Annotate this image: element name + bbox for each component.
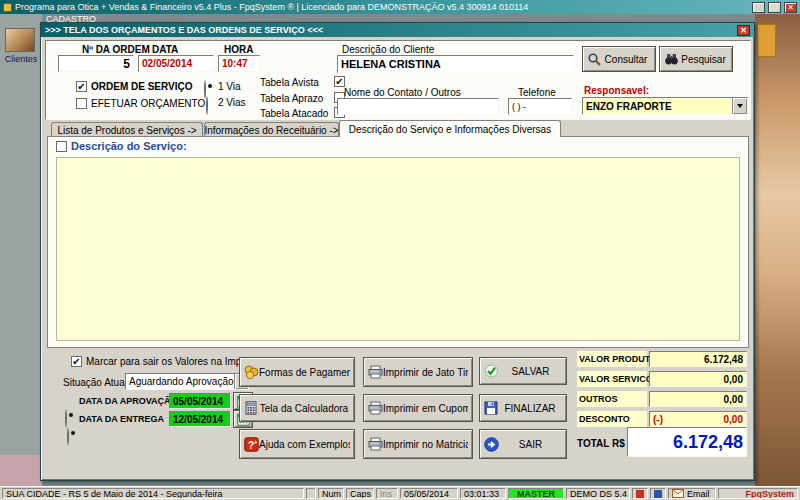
orders-dialog: >>> TELA DOS ORÇAMENTOS E DAS ORDENS DE … [40, 22, 755, 481]
app-icon [3, 3, 12, 12]
approval-date-radio[interactable] [65, 409, 67, 428]
status-email-label: Email [687, 489, 710, 499]
delivery-date-label: DATA DA ENTREGA [79, 414, 164, 424]
contact-field[interactable] [337, 98, 499, 115]
status-num: Num [318, 488, 344, 499]
responsible-select[interactable]: ENZO FRAPORTE [582, 97, 748, 115]
status-date: 05/05/2014 [400, 488, 458, 499]
delivery-date-field[interactable]: 12/05/2014 [169, 411, 231, 427]
tab-informacoes-receituario-label: Informações do Receituário -> [204, 125, 338, 136]
tab-lista-produtos-label: Lista de Produtos e Serviços -> [57, 125, 196, 136]
grand-total-label: TOTAL R$ [577, 438, 625, 449]
pesquisar-button[interactable]: Pesquisar [659, 46, 733, 72]
window-titlebar: Programa para Otica + Vendas & Financeir… [0, 0, 800, 14]
check-icon [484, 364, 499, 378]
calculator-icon [244, 401, 258, 415]
order-time-label: HORA [224, 44, 253, 55]
tabela-avista-label: Tabela Avista [260, 77, 319, 88]
print-matrix-button-label: Imprimir no Matricial [383, 439, 468, 450]
blue-led-icon [654, 490, 662, 498]
service-desc-textarea[interactable] [56, 157, 740, 341]
approval-date-field[interactable]: 05/05/2014 [169, 393, 231, 409]
discount-label: DESCONTO [577, 411, 647, 427]
save-button-label: SALVAR [499, 366, 562, 377]
order-number-field[interactable]: 5 [58, 55, 134, 72]
via2-radio[interactable] [206, 96, 208, 115]
service-desc-checkbox[interactable] [56, 141, 67, 152]
consultar-button[interactable]: Consultar [582, 46, 656, 72]
tabela-avista-checkbox[interactable] [334, 76, 345, 87]
order-number-label: Nº DA ORDEM [82, 44, 150, 55]
red-led-icon [636, 490, 644, 498]
window-close-button[interactable] [784, 2, 797, 13]
dialog-title: >>> TELA DOS ORÇAMENTOS E DAS ORDENS DE … [45, 25, 323, 35]
exit-arrow-icon [484, 437, 499, 452]
minimize-button[interactable] [752, 2, 765, 13]
consultar-button-label: Consultar [601, 54, 651, 65]
payment-button-label: Formas de Pagamento [259, 367, 350, 378]
print-matrix-button[interactable]: Imprimir no Matricial [363, 429, 473, 459]
chevron-down-icon[interactable] [732, 98, 747, 114]
maximize-button[interactable] [768, 2, 781, 13]
help-button-label: Ajuda com Exemplos [259, 439, 350, 450]
tab-descricao-servico[interactable]: Descrição do Serviço e Informações Diver… [339, 120, 561, 137]
diskette-icon [484, 401, 498, 415]
approval-date-label: DATA DA APROVAÇÃO [79, 396, 178, 406]
discount-value-field: (-) 0,00 [649, 411, 747, 427]
exit-button[interactable]: SAIR [479, 429, 567, 459]
close-icon [740, 25, 747, 35]
status-label: Situação Atual [63, 377, 127, 388]
payment-button[interactable]: Formas de Pagamento [239, 357, 355, 387]
status-select[interactable]: Aguardando Aprovação [125, 373, 249, 390]
maximize-icon [772, 2, 777, 12]
order-date-field[interactable]: 02/05/2014 [138, 55, 214, 72]
print-inkjet-button[interactable]: Imprimir de Jato Tinta [363, 357, 473, 387]
ordem-servico-checkbox[interactable] [76, 81, 87, 92]
status-time: 03:01:33 [460, 488, 506, 499]
client-desc-field[interactable]: HELENA CRISTINA [337, 55, 574, 73]
grand-total-value: 6.172,48 [627, 427, 747, 457]
save-button[interactable]: SALVAR [479, 357, 567, 385]
total-products-value: 6.172,48 [649, 351, 747, 367]
exit-button-label: SAIR [499, 439, 562, 450]
help-button[interactable]: ?+ Ajuda com Exemplos [239, 429, 355, 459]
binoculars-icon [664, 52, 679, 66]
status-user: MASTER [508, 488, 564, 499]
tab-informacoes-receituario[interactable]: Informações do Receituário -> [204, 122, 339, 137]
status-location: SUA CIDADE - RS 5 de Maio de 2014 - Segu… [2, 488, 304, 499]
delivery-date-radio[interactable] [67, 427, 69, 446]
print-values-checkbox[interactable] [71, 356, 82, 367]
efetuar-orcamento-checkbox[interactable] [76, 98, 87, 109]
clientes-icon[interactable] [5, 28, 35, 52]
print-coupon-button[interactable]: Imprimir em Cupom [363, 394, 473, 422]
close-icon [787, 2, 794, 12]
help-icon: ?+ [244, 437, 259, 452]
phone-label: Telefone [518, 87, 556, 98]
printer-icon [368, 401, 383, 415]
coins-icon [244, 365, 259, 379]
ordem-servico-label: ORDEM DE SERVIÇO [91, 81, 193, 92]
pesquisar-button-label: Pesquisar [679, 54, 728, 65]
responsible-value: ENZO FRAPORTE [586, 101, 672, 112]
print-coupon-button-label: Imprimir em Cupom [383, 403, 468, 414]
calculator-button[interactable]: Tela da Calculadora [239, 394, 355, 422]
left-toolbar-strip: Clientes [0, 14, 42, 487]
printer-icon [368, 365, 383, 379]
tabela-atacado-label: Tabela Atacado [260, 108, 328, 119]
tab-lista-produtos[interactable]: Lista de Produtos e Serviços -> [51, 122, 203, 137]
client-desc-label: Descrição do Cliente [342, 44, 434, 55]
phone-field[interactable]: ( ) - [508, 98, 572, 115]
status-version: DEMO DS 5.4 [566, 488, 630, 499]
total-others-value: 0,00 [649, 391, 747, 407]
status-email[interactable]: Email [668, 488, 716, 499]
service-desc-panel: Descrição do Serviço: [47, 136, 749, 348]
dialog-close-button[interactable] [737, 25, 750, 36]
finish-button[interactable]: FINALIZAR [479, 394, 567, 422]
total-services-label: VALOR SERVICOS [577, 371, 647, 387]
status-value: Aguardando Aprovação [129, 376, 234, 387]
print-inkjet-button-label: Imprimir de Jato Tinta [383, 367, 468, 378]
efetuar-orcamento-label: EFETUAR ORÇAMENTO [91, 98, 205, 109]
order-time-field[interactable]: 10:47 [218, 55, 260, 72]
status-led-blue [650, 488, 666, 499]
status-ins: Ins [376, 488, 398, 499]
